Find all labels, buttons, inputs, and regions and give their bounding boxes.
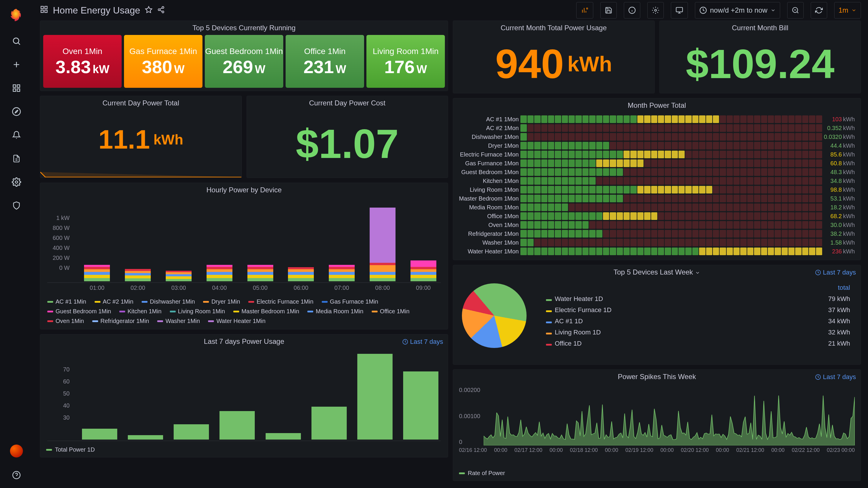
panel-title: Current Day Power Total bbox=[40, 96, 242, 110]
svg-point-13 bbox=[158, 8, 160, 10]
row-values: 103kWh0.352kWh0.0320kWh44.4kWh85.6kWh60.… bbox=[824, 116, 855, 255]
search-icon[interactable] bbox=[10, 35, 22, 47]
device-tile[interactable]: Oven 1Min3.83kW bbox=[43, 35, 122, 88]
time-range-link[interactable]: Last 7 days bbox=[815, 269, 856, 276]
svg-point-14 bbox=[162, 11, 164, 13]
stat-value: $1.07 bbox=[247, 110, 448, 177]
panel-title: Power Spikes This Week bbox=[453, 370, 861, 384]
panel-hourly[interactable]: Hourly Power by Device 1 kW800 W600 W400… bbox=[40, 183, 448, 329]
device-tile[interactable]: Guest Bedroom 1Min269W bbox=[205, 35, 283, 88]
share-icon[interactable] bbox=[157, 5, 165, 16]
panel-title: Month Power Total bbox=[453, 98, 861, 112]
legend-table: total Water Heater 1D79 kWhElectric Furn… bbox=[544, 282, 852, 349]
pie-chart bbox=[462, 283, 527, 348]
tile-row: Oven 1Min3.83kWGas Furnace 1Min380WGuest… bbox=[40, 35, 448, 91]
svg-point-5 bbox=[12, 108, 21, 116]
chevron-down-icon bbox=[770, 8, 776, 13]
svg-rect-11 bbox=[45, 10, 47, 12]
legend-row: Office 1D21 kWh bbox=[544, 338, 852, 349]
svg-rect-10 bbox=[41, 10, 43, 12]
topbar: Home Energy Usage now/d +2m to now 1m bbox=[33, 0, 868, 21]
plus-icon[interactable] bbox=[10, 59, 22, 70]
y-axis: 1 kW800 W600 W400 W200 W0 W bbox=[46, 215, 70, 271]
dashboards-icon[interactable] bbox=[10, 82, 22, 94]
avatar[interactable] bbox=[10, 445, 23, 457]
legend-row: Electric Furnace 1D37 kWh bbox=[544, 304, 852, 316]
svg-rect-18 bbox=[676, 7, 683, 12]
stat-value: 940kWh bbox=[453, 35, 654, 93]
row-labels: AC #1 1MonAC #2 1MonDishwasher 1MonDryer… bbox=[459, 116, 519, 255]
svg-point-17 bbox=[655, 9, 657, 11]
zoom-out-button[interactable] bbox=[787, 2, 804, 19]
shield-icon[interactable] bbox=[10, 200, 22, 212]
panel-title: Top 5 Devices Currently Running bbox=[40, 21, 448, 35]
x-axis: 02/16 12:0000:0002/17 12:0000:0002/18 12… bbox=[459, 446, 855, 455]
heatmap bbox=[520, 116, 822, 255]
info-icon[interactable] bbox=[624, 2, 640, 19]
legend: Rate of Power bbox=[453, 468, 861, 481]
alert-icon[interactable] bbox=[10, 129, 22, 141]
time-range-picker[interactable]: now/d +2m to now bbox=[695, 2, 780, 19]
svg-point-6 bbox=[15, 181, 18, 183]
y-axis: 0.002000.001000 bbox=[459, 387, 480, 446]
breadcrumb: Home Energy Usage bbox=[40, 5, 165, 16]
panel-pie[interactable]: Top 5 Devices Last Week Last 7 days tota… bbox=[453, 265, 861, 365]
panel-title: Current Month Total Power Usage bbox=[453, 21, 654, 35]
panel-day-cost[interactable]: Current Day Power Cost $1.07 bbox=[247, 96, 448, 178]
file-icon[interactable] bbox=[10, 153, 22, 164]
chevron-down-icon bbox=[851, 8, 857, 13]
svg-point-7 bbox=[13, 471, 20, 479]
refresh-button[interactable] bbox=[811, 2, 827, 19]
panel-spikes[interactable]: Power Spikes This Week Last 7 days 0.002… bbox=[453, 369, 861, 481]
device-tile[interactable]: Living Room 1Min176W bbox=[366, 35, 445, 88]
nav-rail bbox=[0, 0, 33, 488]
page-title: Home Energy Usage bbox=[53, 5, 140, 16]
refresh-interval-picker[interactable]: 1m bbox=[834, 2, 861, 19]
gear-icon[interactable] bbox=[10, 176, 22, 188]
panel-month-total[interactable]: Current Month Total Power Usage 940kWh bbox=[453, 21, 655, 93]
device-tile[interactable]: Gas Furnace 1Min380W bbox=[124, 35, 203, 88]
help-icon[interactable] bbox=[10, 469, 22, 481]
time-range-link[interactable]: Last 7 days bbox=[815, 373, 856, 381]
monitor-icon[interactable] bbox=[671, 2, 688, 19]
sparkline bbox=[40, 169, 242, 177]
panel-title: Last 7 days Power Usage bbox=[40, 334, 448, 349]
explore-icon[interactable] bbox=[10, 106, 22, 118]
svg-rect-9 bbox=[45, 6, 47, 8]
svg-rect-2 bbox=[17, 85, 20, 88]
x-axis: 01:0002:0003:0004:0005:0006:0007:0008:00… bbox=[47, 285, 441, 291]
refresh-interval-label: 1m bbox=[839, 6, 848, 14]
device-tile[interactable]: Office 1Min231W bbox=[286, 35, 364, 88]
dashboards-icon[interactable] bbox=[40, 5, 48, 16]
legend: Total Power 1D bbox=[40, 445, 448, 457]
y-axis: 7060504030 bbox=[46, 366, 70, 421]
area-chart bbox=[484, 387, 855, 446]
svg-rect-1 bbox=[13, 85, 16, 88]
save-button[interactable] bbox=[600, 2, 617, 19]
panel-top5[interactable]: Top 5 Devices Currently Running Oven 1Mi… bbox=[40, 21, 448, 91]
legend: AC #1 1MinAC #2 1MinDishwasher 1MinDryer… bbox=[40, 295, 448, 329]
legend-row: Living Room 1D32 kWh bbox=[544, 327, 852, 338]
svg-point-12 bbox=[162, 6, 164, 8]
panel-month-bill[interactable]: Current Month Bill $109.24 bbox=[659, 21, 861, 93]
svg-point-0 bbox=[13, 38, 19, 43]
stat-value: 11.1kWh bbox=[40, 110, 242, 169]
svg-rect-3 bbox=[13, 89, 16, 92]
legend-row: Water Heater 1D79 kWh bbox=[544, 293, 852, 304]
panel-day-total[interactable]: Current Day Power Total 11.1kWh bbox=[40, 96, 242, 178]
panel-month-heat[interactable]: Month Power Total AC #1 1MonAC #2 1MonDi… bbox=[453, 98, 861, 260]
add-panel-button[interactable] bbox=[576, 2, 593, 19]
svg-rect-4 bbox=[17, 89, 20, 92]
chevron-down-icon[interactable] bbox=[695, 270, 700, 275]
bars bbox=[47, 200, 441, 283]
legend-row: AC #1 1D34 kWh bbox=[544, 316, 852, 327]
time-range-link[interactable]: Last 7 days bbox=[402, 338, 443, 346]
grafana-logo[interactable] bbox=[8, 7, 25, 24]
time-range-label: now/d +2m to now bbox=[710, 6, 767, 14]
bars bbox=[47, 352, 441, 441]
star-icon[interactable] bbox=[145, 5, 153, 16]
stat-value: $109.24 bbox=[660, 35, 861, 93]
panel-title: Hourly Power by Device bbox=[40, 183, 448, 197]
panel-last7[interactable]: Last 7 days Power Usage Last 7 days 7060… bbox=[40, 334, 448, 457]
settings-button[interactable] bbox=[647, 2, 664, 19]
